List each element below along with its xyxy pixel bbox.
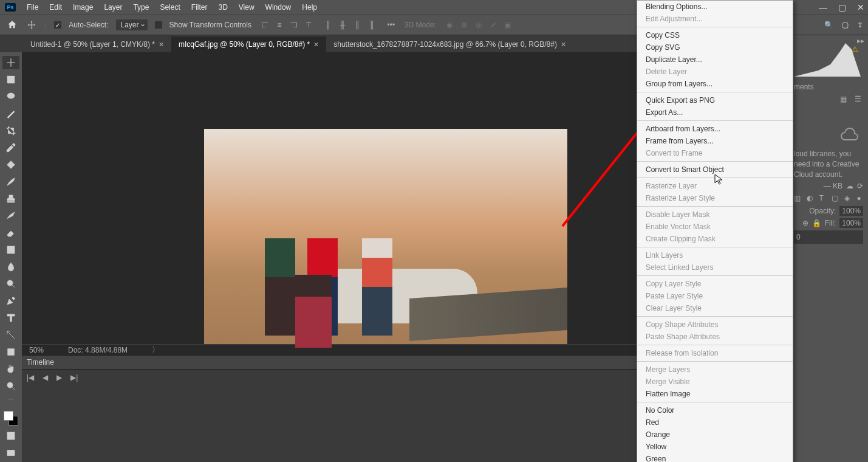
context-item[interactable]: Red [637, 416, 793, 429]
filter-type-icon[interactable]: T [819, 194, 826, 202]
next-frame-icon[interactable]: ▶| [70, 373, 78, 382]
prev-frame-icon[interactable]: ◀ [43, 373, 48, 382]
context-item[interactable]: Frame from Layers... [637, 135, 793, 147]
hand-tool[interactable] [2, 362, 19, 376]
context-item[interactable]: Orange [637, 429, 793, 441]
distribute-3-icon[interactable]: ║ [351, 19, 363, 31]
show-transform-checkbox[interactable] [155, 21, 162, 29]
align-left-icon[interactable]: ⫍ [259, 19, 271, 31]
zoom-level[interactable]: 50% [29, 346, 44, 354]
context-item[interactable]: Convert to Smart Object [637, 164, 793, 176]
eyedropper-tool[interactable] [2, 141, 19, 154]
heal-tool[interactable] [2, 158, 19, 171]
filter-kind-icon[interactable]: ▥ [794, 194, 801, 202]
menu-layer[interactable]: Layer [104, 3, 122, 12]
blur-tool[interactable] [2, 260, 19, 274]
marquee-tool[interactable] [2, 73, 19, 86]
quick-mask-tool[interactable] [2, 429, 19, 443]
menu-file[interactable]: File [27, 3, 38, 12]
context-item[interactable]: Blending Options... [637, 1, 793, 13]
distribute-4-icon[interactable]: ║ [366, 19, 378, 31]
workspace-icon[interactable]: ▢ [842, 21, 849, 29]
color-swatches[interactable] [4, 411, 18, 426]
sync-icon[interactable]: ⟳ [857, 182, 863, 190]
filter-smart-icon[interactable]: ◈ [844, 194, 851, 202]
grid-view-icon[interactable]: ▦ [840, 95, 849, 103]
fill-value[interactable]: 100% [839, 218, 863, 228]
tab-close-icon[interactable]: ✕ [159, 41, 164, 49]
menu-select[interactable]: Select [160, 3, 180, 12]
context-item[interactable]: Yellow [637, 441, 793, 453]
list-view-icon[interactable]: ☰ [855, 95, 863, 103]
close-icon[interactable]: ✕ [857, 2, 864, 12]
pen-tool[interactable] [2, 294, 19, 308]
crop-tool[interactable] [2, 124, 19, 137]
layer-row[interactable]: 0 [794, 230, 863, 244]
status-expand-icon[interactable]: 〉 [152, 345, 159, 355]
menu-window[interactable]: Window [265, 3, 292, 12]
search-icon[interactable]: 🔍 [824, 21, 833, 29]
menu-filter[interactable]: Filter [191, 3, 208, 12]
minimize-icon[interactable]: — [819, 2, 827, 12]
context-item[interactable]: Artboard from Layers... [637, 123, 793, 135]
menu-image[interactable]: Image [73, 3, 93, 12]
align-center-h-icon[interactable]: ≡ [273, 19, 285, 31]
filter-shape-icon[interactable]: ▢ [832, 194, 838, 202]
doc-size[interactable]: Doc: 4.88M/4.88M [68, 346, 128, 354]
doc-tab-2[interactable]: mIcqGaf.jpg @ 50% (Layer 0, RGB/8#) *✕ [171, 36, 326, 52]
context-item[interactable]: Export As... [637, 106, 793, 119]
eraser-tool[interactable] [2, 226, 19, 240]
menu-view[interactable]: View [239, 3, 255, 12]
wand-tool[interactable] [2, 107, 19, 120]
align-right-icon[interactable]: ⫎ [288, 19, 300, 31]
gradient-tool[interactable] [2, 243, 19, 257]
first-frame-icon[interactable]: |◀ [27, 373, 34, 382]
opacity-value[interactable]: 100% [839, 206, 863, 216]
context-item[interactable]: No Color [637, 404, 793, 416]
adjustments-tab[interactable]: ments [794, 83, 863, 91]
doc-tab-1[interactable]: Untitled-1 @ 50% (Layer 1, CMYK/8) *✕ [23, 36, 171, 52]
context-item[interactable]: Duplicate Layer... [637, 53, 793, 66]
canvas-image[interactable] [204, 129, 567, 372]
play-icon[interactable]: ▶ [56, 373, 62, 382]
lock-all-icon[interactable]: 🔒 [812, 219, 821, 227]
auto-select-checkbox[interactable] [54, 21, 61, 29]
shape-tool[interactable] [2, 345, 19, 359]
menu-3d[interactable]: 3D [218, 3, 227, 12]
path-tool[interactable] [2, 328, 19, 342]
menu-type[interactable]: Type [133, 3, 149, 12]
distribute-2-icon[interactable]: ╫ [337, 19, 349, 31]
share-icon[interactable]: ⇪ [857, 21, 863, 29]
context-item[interactable]: Quick Export as PNG [637, 94, 793, 106]
menu-help[interactable]: Help [302, 3, 317, 12]
tab-close-icon[interactable]: ✕ [313, 41, 319, 49]
context-item[interactable]: Group from Layers... [637, 78, 793, 90]
maximize-icon[interactable]: ▢ [838, 2, 846, 12]
move-tool[interactable] [2, 56, 19, 69]
home-icon[interactable] [6, 19, 18, 30]
screen-mode-tool[interactable] [2, 446, 19, 460]
context-item[interactable]: Green [637, 453, 793, 462]
filter-toggle-icon[interactable]: ● [857, 194, 864, 202]
lock-position-icon[interactable]: ⊕ [802, 219, 808, 227]
dodge-tool[interactable] [2, 277, 19, 291]
lasso-tool[interactable] [2, 90, 19, 103]
brush-tool[interactable] [2, 175, 19, 188]
context-item[interactable]: Flatten Image [637, 388, 793, 400]
align-top-icon[interactable]: ⊤ [302, 19, 315, 31]
distribute-1-icon[interactable]: ║ [322, 19, 334, 31]
more-options-icon[interactable]: ••• [385, 19, 397, 31]
history-brush-tool[interactable] [2, 209, 19, 222]
context-item[interactable]: Copy CSS [637, 29, 793, 41]
stamp-tool[interactable] [2, 192, 19, 205]
zoom-tool[interactable] [2, 379, 19, 393]
filter-adjust-icon[interactable]: ◐ [807, 194, 813, 202]
menu-edit[interactable]: Edit [49, 3, 62, 12]
cloud-status-icon[interactable]: ☁ [846, 182, 853, 190]
type-tool[interactable] [2, 311, 19, 325]
histogram-warning-icon[interactable]: ⚠ [852, 45, 858, 53]
auto-select-target[interactable]: Layer [116, 19, 148, 30]
context-item[interactable]: Copy SVG [637, 41, 793, 53]
tab-close-icon[interactable]: ✕ [561, 41, 566, 49]
doc-tab-3[interactable]: shutterstock_1678278877-1024x683.jpg @ 6… [326, 36, 573, 52]
